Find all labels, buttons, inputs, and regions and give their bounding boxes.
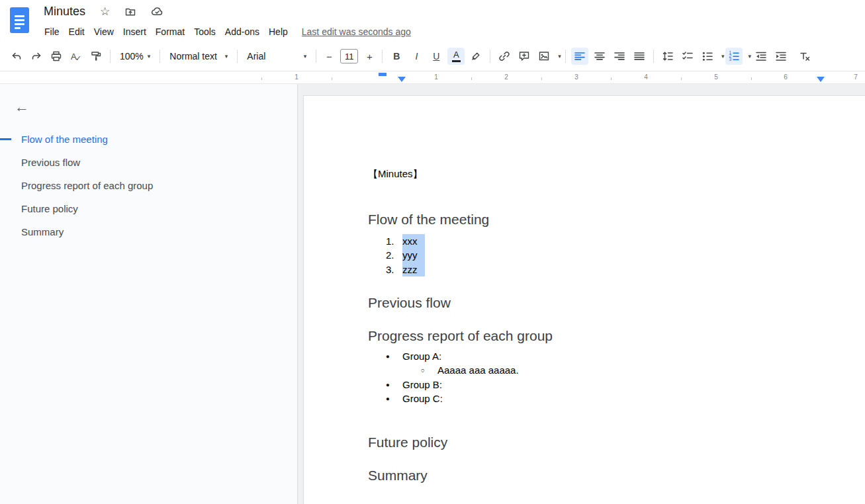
redo-button[interactable] (28, 48, 45, 65)
menu-file[interactable]: File (40, 24, 64, 39)
outline-item-progress-report[interactable]: Progress report of each group (0, 174, 297, 197)
numbered-list-button[interactable]: 1 2 3 (725, 48, 743, 65)
ruler-tick (471, 77, 472, 80)
first-line-indent-marker[interactable] (379, 73, 387, 76)
ruler-number: 1 (295, 73, 298, 81)
underline-button[interactable]: U (428, 48, 445, 65)
paragraph-style-select[interactable]: Normal text ▾ (164, 48, 233, 65)
ruler-tick (261, 77, 262, 80)
font-size-increase-button[interactable]: + (362, 48, 377, 65)
cloud-saved-icon[interactable] (151, 5, 163, 18)
insert-image-button[interactable] (535, 48, 553, 65)
list-item[interactable]: ● Group A: (368, 349, 865, 363)
font-size-decrease-button[interactable]: − (322, 48, 336, 65)
menu-addons[interactable]: Add-ons (220, 24, 264, 39)
menu-insert[interactable]: Insert (118, 24, 151, 39)
right-indent-marker[interactable] (817, 77, 825, 82)
ruler-number: 3 (574, 73, 578, 81)
chevron-down-icon[interactable]: ▾ (748, 53, 751, 60)
list-item[interactable]: ● Group C: (368, 392, 865, 405)
toolbar-divider (653, 50, 654, 63)
menu-bar: File Edit View Insert Format Tools Add-o… (40, 24, 411, 39)
doc-heading-future[interactable]: Future policy (368, 433, 865, 452)
bullet-disc-icon: ● (386, 353, 402, 360)
decrease-indent-button[interactable] (752, 48, 770, 65)
horizontal-ruler[interactable]: 1 1 2 3 4 5 6 7 (0, 71, 865, 84)
doc-heading-summary[interactable]: Summary (368, 466, 865, 485)
chevron-down-icon: ▾ (148, 53, 151, 60)
close-outline-button[interactable]: ← (15, 100, 29, 114)
menu-edit[interactable]: Edit (64, 24, 89, 39)
check-icon: ✓ (75, 54, 81, 63)
align-right-button[interactable] (611, 48, 628, 65)
increase-indent-button[interactable] (772, 48, 790, 65)
outline-item-summary[interactable]: Summary (0, 220, 297, 243)
list-item[interactable]: ● Group B: (368, 377, 865, 391)
paint-format-button[interactable] (87, 48, 105, 65)
star-button[interactable]: ☆ (100, 6, 110, 18)
bullet-disc-icon: ● (386, 381, 402, 388)
text-color-button[interactable]: A (447, 48, 465, 65)
left-indent-marker[interactable] (398, 77, 406, 82)
docs-logo-icon[interactable] (10, 7, 29, 33)
chevron-down-icon[interactable]: ▾ (558, 53, 561, 60)
doc-paragraph-title[interactable]: 【Minutes】 (368, 167, 865, 181)
menu-tools[interactable]: Tools (189, 24, 220, 39)
ruler-number: 2 (504, 73, 508, 81)
bold-button[interactable]: B (388, 48, 405, 65)
menu-format[interactable]: Format (151, 24, 189, 39)
outline-item-previous-flow[interactable]: Previous flow (0, 151, 297, 174)
selected-text[interactable]: yyy (402, 248, 425, 262)
bulleted-list-button[interactable] (699, 48, 716, 65)
ruler-tick (751, 77, 752, 80)
toolbar-divider (382, 50, 383, 63)
ruler-number: 4 (644, 73, 648, 81)
ruler-number: 1 (434, 73, 438, 81)
toolbar-divider (159, 50, 160, 63)
last-edit-link[interactable]: Last edit was seconds ago (302, 26, 411, 37)
bullet-circle-icon: ○ (421, 366, 437, 374)
toolbar-divider (237, 50, 238, 63)
zoom-select[interactable]: 100% ▾ (114, 48, 156, 65)
doc-heading-flow[interactable]: Flow of the meeting (368, 210, 865, 229)
align-center-button[interactable] (591, 48, 608, 65)
chevron-down-icon: ▾ (304, 53, 307, 60)
ruler-tick (611, 77, 612, 80)
spellcheck-button[interactable]: A ✓ (68, 48, 85, 65)
selected-text[interactable]: xxx (402, 234, 425, 248)
document-canvas: 【Minutes】 Flow of the meeting 1. xxx 2. … (298, 84, 865, 504)
document-page[interactable]: 【Minutes】 Flow of the meeting 1. xxx 2. … (303, 95, 865, 504)
document-title[interactable]: Minutes (44, 5, 85, 19)
justify-button[interactable] (631, 48, 648, 65)
print-button[interactable] (48, 48, 65, 65)
app-header: Minutes ☆ File Edit View Insert Format T… (0, 0, 865, 42)
add-comment-button[interactable] (516, 48, 533, 65)
bulleted-list: ● Group A: ○ Aaaaa aaa aaaaa. ● Group B:… (368, 349, 865, 405)
font-size-input[interactable]: 11 (340, 49, 358, 63)
undo-button[interactable] (8, 48, 25, 65)
list-item[interactable]: 2. yyy (368, 248, 865, 262)
font-select[interactable]: Arial ▾ (242, 48, 312, 65)
toolbar: A ✓ 100% ▾ Normal text ▾ Arial ▾ − 11 + … (0, 42, 865, 71)
insert-link-button[interactable] (496, 48, 513, 65)
menu-view[interactable]: View (89, 24, 118, 39)
outline-item-future-policy[interactable]: Future policy (0, 197, 297, 220)
clear-formatting-button[interactable] (796, 48, 813, 65)
selected-text[interactable]: zzz (402, 263, 425, 276)
toolbar-divider (565, 50, 566, 63)
move-folder-button[interactable] (124, 6, 136, 18)
italic-button[interactable]: I (408, 48, 425, 65)
outline-item-flow-of-the-meeting[interactable]: Flow of the meeting (0, 128, 297, 151)
ruler-tick (541, 77, 542, 80)
doc-heading-progress[interactable]: Progress report of each group (368, 327, 865, 345)
highlight-color-button[interactable] (467, 48, 484, 65)
ruler-number: 5 (714, 73, 718, 81)
align-left-button[interactable] (571, 48, 588, 65)
doc-heading-previous[interactable]: Previous flow (368, 294, 865, 312)
list-item[interactable]: 3. zzz (368, 263, 865, 276)
checklist-button[interactable] (679, 48, 696, 65)
menu-help[interactable]: Help (264, 24, 293, 39)
list-item[interactable]: 1. xxx (368, 234, 865, 248)
line-spacing-button[interactable] (659, 48, 676, 65)
list-item[interactable]: ○ Aaaaa aaa aaaaa. (368, 363, 865, 377)
